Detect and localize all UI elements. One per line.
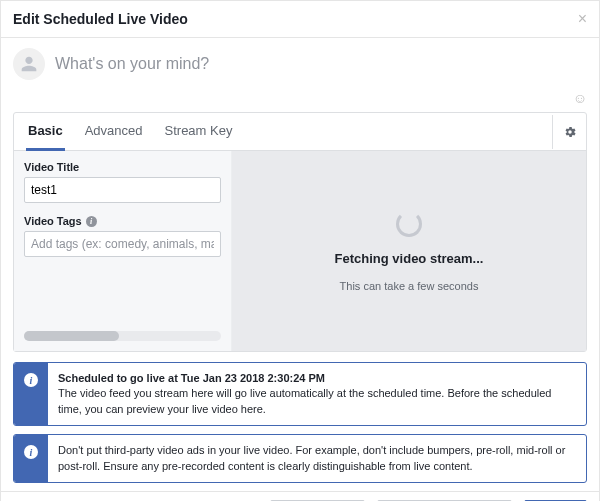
avatar <box>13 48 45 80</box>
horizontal-scrollbar[interactable] <box>24 331 221 341</box>
notice-scheduled: i Scheduled to go live at Tue Jan 23 201… <box>13 362 587 426</box>
content-row: Video Title Video Tags i Fetching vi <box>14 151 586 351</box>
notice-ads-text: Don't put third-party video ads in your … <box>58 444 565 471</box>
notice-ads-body: Don't put third-party video ads in your … <box>48 435 586 482</box>
user-silhouette-icon <box>18 53 40 75</box>
notice-scheduled-title: Scheduled to go live at Tue Jan 23 2018 … <box>58 372 325 384</box>
tab-advanced[interactable]: Advanced <box>83 113 145 150</box>
notice-info-icon: i <box>14 435 48 482</box>
dialog-header: Edit Scheduled Live Video × <box>1 1 599 38</box>
preview-subtitle: This can take a few seconds <box>340 280 479 292</box>
video-tags-label: Video Tags i <box>24 215 221 227</box>
left-spacer <box>24 269 221 331</box>
spinner-icon <box>396 211 422 237</box>
notice-scheduled-text: The video feed you stream here will go l… <box>58 387 551 414</box>
gear-icon[interactable] <box>552 115 586 149</box>
notice-scheduled-body: Scheduled to go live at Tue Jan 23 2018 … <box>48 363 586 425</box>
dialog-title: Edit Scheduled Live Video <box>13 11 188 27</box>
tabs: Basic Advanced Stream Key <box>14 113 552 150</box>
close-icon[interactable]: × <box>578 11 587 27</box>
video-title-input[interactable] <box>24 177 221 203</box>
notice-info-icon: i <box>14 363 48 425</box>
video-tags-block: Video Tags i <box>24 215 221 257</box>
preview-column: Fetching video stream... This can take a… <box>232 151 586 351</box>
composer-row: What's on your mind? <box>1 38 599 90</box>
tab-stream-key[interactable]: Stream Key <box>163 113 235 150</box>
video-title-block: Video Title <box>24 161 221 203</box>
tab-basic[interactable]: Basic <box>26 113 65 151</box>
settings-card: Basic Advanced Stream Key Video Title Vi… <box>13 112 587 352</box>
video-title-label: Video Title <box>24 161 221 173</box>
tabs-row: Basic Advanced Stream Key <box>14 113 586 151</box>
footer: Friends Scheduled Live Save <box>1 491 599 501</box>
notice-ads: i Don't put third-party video ads in you… <box>13 434 587 483</box>
preview-title: Fetching video stream... <box>335 251 484 266</box>
scrollbar-thumb[interactable] <box>24 331 119 341</box>
info-icon[interactable]: i <box>86 216 97 227</box>
video-tags-input[interactable] <box>24 231 221 257</box>
emoji-picker-icon[interactable]: ☺ <box>1 90 587 106</box>
composer-placeholder[interactable]: What's on your mind? <box>55 55 587 73</box>
left-column: Video Title Video Tags i <box>14 151 232 351</box>
dialog: Edit Scheduled Live Video × What's on yo… <box>0 0 600 501</box>
video-tags-label-text: Video Tags <box>24 215 82 227</box>
